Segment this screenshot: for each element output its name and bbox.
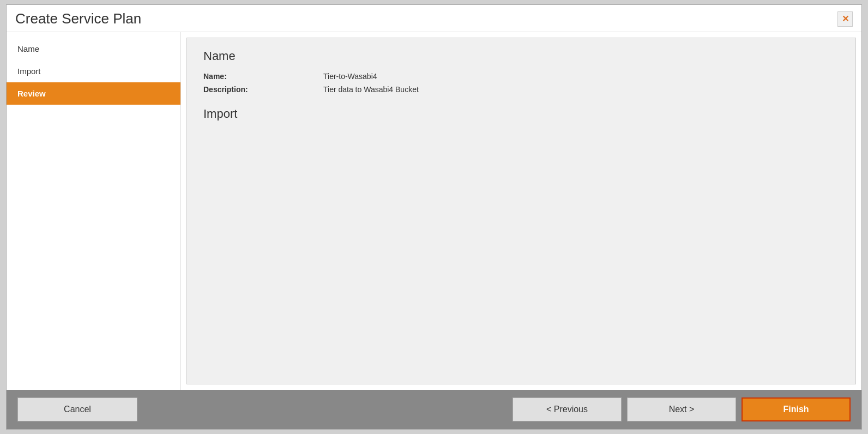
description-label: Description: [203, 85, 323, 94]
previous-button[interactable]: < Previous [513, 397, 622, 421]
name-row: Name: Tier-to-Wasabi4 [203, 72, 839, 81]
import-section: Import [203, 107, 839, 121]
name-value: Tier-to-Wasabi4 [323, 72, 377, 81]
name-section-title: Name [203, 49, 839, 63]
footer-left: Cancel [17, 397, 507, 421]
finish-button[interactable]: Finish [742, 397, 851, 421]
sidebar-item-review[interactable]: Review [7, 82, 180, 105]
next-button[interactable]: Next > [627, 397, 736, 421]
close-button[interactable]: ✕ [837, 11, 853, 27]
sidebar: Name Import Review [7, 32, 181, 390]
dialog-header: Create Service Plan ✕ [7, 5, 861, 32]
description-row: Description: Tier data to Wasabi4 Bucket [203, 85, 839, 94]
description-value: Tier data to Wasabi4 Bucket [323, 85, 419, 94]
sidebar-item-import[interactable]: Import [7, 60, 180, 82]
cancel-button[interactable]: Cancel [17, 397, 137, 421]
review-content-area: Name Name: Tier-to-Wasabi4 Description: … [186, 38, 856, 384]
dialog-footer: Cancel < Previous Next > Finish [7, 390, 861, 429]
create-service-plan-dialog: Create Service Plan ✕ Name Import Review… [6, 4, 862, 430]
sidebar-item-name[interactable]: Name [7, 38, 180, 60]
dialog-title: Create Service Plan [15, 10, 141, 27]
name-label: Name: [203, 72, 323, 81]
footer-right: < Previous Next > Finish [513, 397, 851, 421]
dialog-body: Name Import Review Name Name: Tier-to-Wa… [7, 32, 861, 390]
import-section-title: Import [203, 107, 839, 121]
